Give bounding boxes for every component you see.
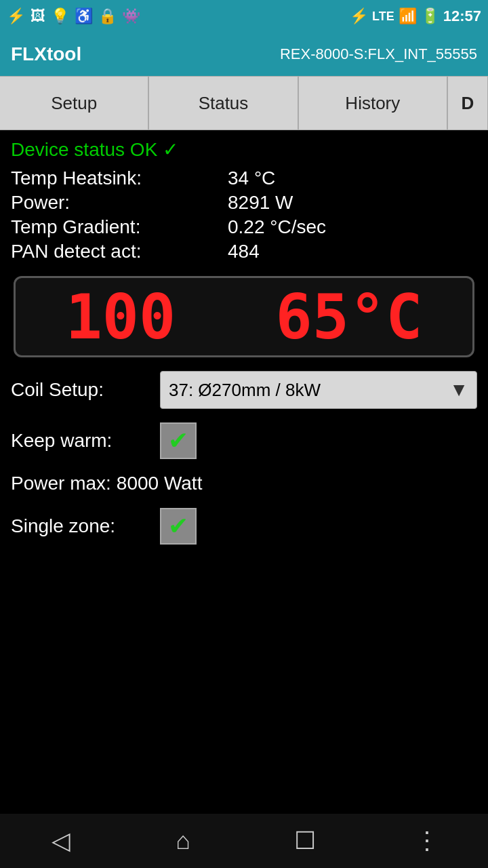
- time-display: 12:57: [443, 7, 481, 25]
- label-power: Power:: [11, 192, 228, 214]
- coil-setup-value: 37: Ø270mm / 8kW: [169, 380, 321, 401]
- big-number: 100: [66, 281, 176, 353]
- bulb-icon: 💡: [51, 7, 69, 25]
- lte-label: LTE: [372, 9, 394, 24]
- home-icon: ⌂: [176, 827, 190, 855]
- single-zone-label: Single zone:: [11, 515, 160, 537]
- back-icon: ◁: [52, 827, 70, 855]
- big-display: 100 65°C: [14, 276, 474, 357]
- more-icon: ⋮: [415, 827, 439, 855]
- coil-setup-dropdown[interactable]: 37: Ø270mm / 8kW ▼: [160, 371, 477, 409]
- app-header: FLXtool REX-8000-S:FLX_INT_55555: [0, 33, 488, 76]
- nav-back-button[interactable]: ◁: [41, 821, 81, 861]
- value-temp-heatsink: 34 °C: [228, 167, 275, 189]
- bluetooth-icon: ⚡: [350, 7, 368, 25]
- single-zone-checkbox[interactable]: ✔: [160, 508, 197, 545]
- lock-icon: 🔒: [98, 7, 117, 25]
- app-title: FLXtool: [11, 43, 81, 65]
- device-id: REX-8000-S:FLX_INT_55555: [280, 45, 477, 63]
- keep-warm-checkbox[interactable]: ✔: [160, 422, 197, 459]
- info-row-temp-gradient: Temp Gradient: 0.22 °C/sec: [11, 216, 477, 238]
- value-pan-detect: 484: [228, 241, 260, 262]
- device-status-text: Device status OK ✓: [11, 138, 178, 161]
- info-row-power: Power: 8291 W: [11, 192, 477, 214]
- label-temp-heatsink: Temp Heatsink:: [11, 167, 228, 189]
- tab-setup[interactable]: Setup: [0, 76, 148, 130]
- single-zone-check-icon: ✔: [168, 512, 188, 540]
- keep-warm-row: Keep warm: ✔: [11, 422, 477, 459]
- image-icon: 🖼: [30, 7, 45, 25]
- single-zone-row: Single zone: ✔: [11, 508, 477, 545]
- alien-icon: 👾: [122, 7, 140, 25]
- status-icons-left: ⚡ 🖼 💡 ♿ 🔒 👾: [7, 7, 140, 25]
- tab-history[interactable]: History: [298, 76, 447, 130]
- nav-more-button[interactable]: ⋮: [407, 821, 447, 861]
- value-power: 8291 W: [228, 192, 293, 214]
- main-content: Device status OK ✓ Temp Heatsink: 34 °C …: [0, 130, 488, 566]
- power-max-value: 8000 Watt: [117, 473, 203, 494]
- power-max-label: Power max:: [11, 473, 111, 494]
- signal-icon: 📶: [399, 7, 417, 25]
- dropdown-arrow-icon: ▼: [449, 379, 468, 401]
- info-row-temp-heatsink: Temp Heatsink: 34 °C: [11, 167, 477, 189]
- nav-recents-button[interactable]: ☐: [285, 821, 325, 861]
- accessibility-icon: ♿: [75, 7, 93, 25]
- big-temperature: 65°C: [276, 281, 423, 353]
- keep-warm-check-icon: ✔: [168, 427, 188, 455]
- battery-icon: 🔋: [421, 7, 439, 25]
- device-status: Device status OK ✓: [11, 138, 477, 161]
- usb-icon: ⚡: [7, 7, 25, 25]
- recents-icon: ☐: [294, 827, 316, 855]
- coil-setup-row: Coil Setup: 37: Ø270mm / 8kW ▼: [11, 371, 477, 409]
- value-temp-gradient: 0.22 °C/sec: [228, 216, 326, 238]
- bottom-nav: ◁ ⌂ ☐ ⋮: [0, 814, 488, 868]
- tab-status[interactable]: Status: [148, 76, 298, 130]
- label-pan-detect: PAN detect act:: [11, 241, 228, 262]
- label-temp-gradient: Temp Gradient:: [11, 216, 228, 238]
- tab-d[interactable]: D: [447, 76, 488, 130]
- coil-setup-label: Coil Setup:: [11, 379, 160, 401]
- tab-bar: Setup Status History D: [0, 76, 488, 130]
- status-icons-right: ⚡ LTE 📶 🔋 12:57: [350, 7, 481, 25]
- keep-warm-label: Keep warm:: [11, 430, 160, 452]
- status-bar: ⚡ 🖼 💡 ♿ 🔒 👾 ⚡ LTE 📶 🔋 12:57: [0, 0, 488, 33]
- info-row-pan-detect: PAN detect act: 484: [11, 241, 477, 262]
- nav-home-button[interactable]: ⌂: [163, 821, 203, 861]
- power-max-row: Power max: 8000 Watt: [11, 473, 477, 494]
